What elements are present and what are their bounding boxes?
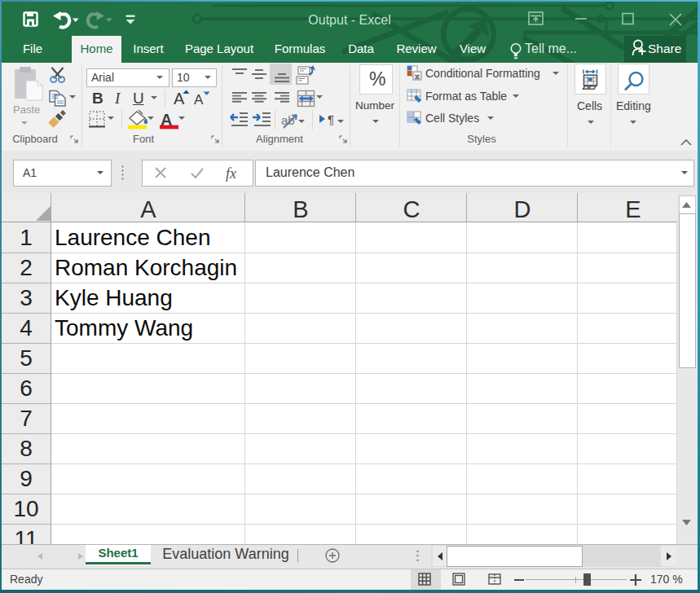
svg-text:¶: ¶	[328, 112, 334, 126]
svg-text:fx: fx	[226, 165, 236, 182]
